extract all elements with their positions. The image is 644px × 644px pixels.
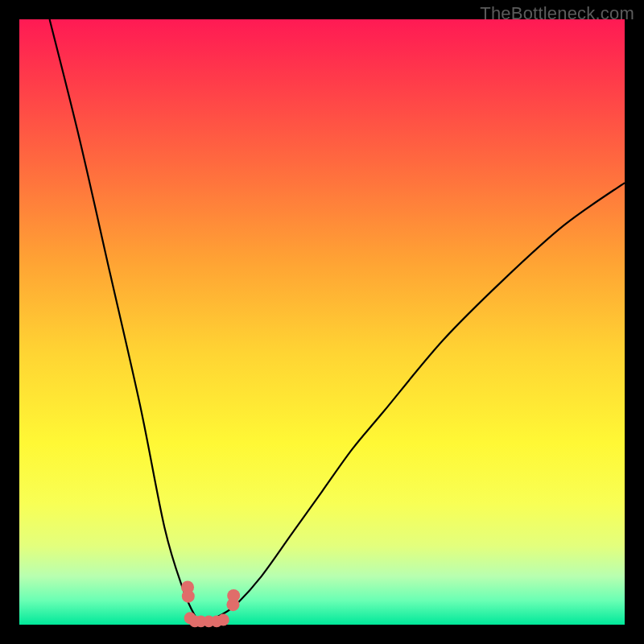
chart-plot-area — [19, 19, 625, 625]
curve-marker — [227, 589, 240, 602]
chart-svg — [19, 19, 625, 625]
bottleneck-curve-line — [50, 19, 625, 620]
curve-markers-group — [181, 580, 240, 627]
curve-marker — [182, 590, 195, 603]
curve-marker — [217, 614, 229, 626]
